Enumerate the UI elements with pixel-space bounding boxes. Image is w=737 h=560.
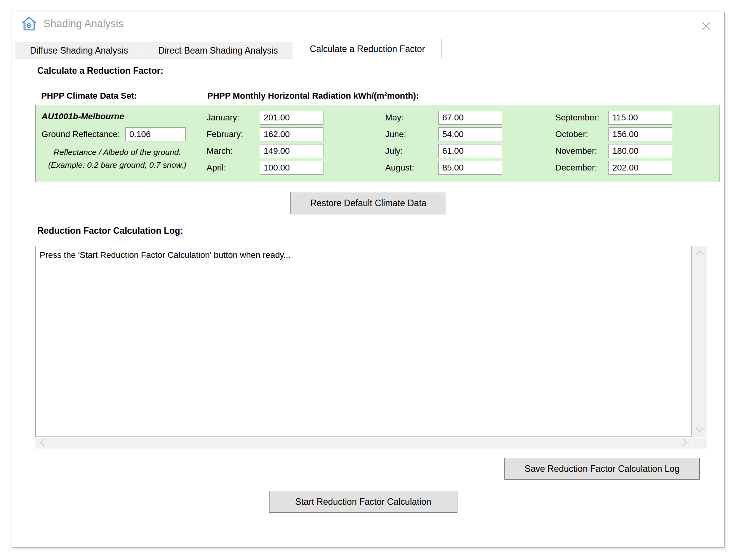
- house-icon: [21, 16, 38, 31]
- chevron-up-icon: [696, 249, 704, 256]
- reflectance-note: Reflectance / Albedo of the ground. (Exa…: [36, 146, 199, 171]
- month-input-december[interactable]: [608, 161, 672, 175]
- section-title: Calculate a Reduction Factor:: [37, 66, 163, 76]
- month-row-august: August:: [385, 161, 502, 175]
- reflectance-note-line2: (Example: 0.2 bare ground, 0.7 snow.): [36, 158, 199, 171]
- month-row-may: May:: [385, 111, 502, 125]
- tab-calculate-a-reduction-factor[interactable]: Calculate a Reduction Factor: [293, 39, 442, 59]
- month-input-october[interactable]: [608, 127, 672, 141]
- month-row-september: September:: [555, 111, 672, 125]
- month-row-march: March:: [207, 144, 323, 158]
- scroll-up-button[interactable]: [692, 246, 707, 260]
- climate-dataset-name: AU1001b-Melbourne: [42, 111, 124, 122]
- month-label-march: March:: [207, 146, 260, 156]
- climate-data-panel: AU1001b-Melbourne Ground Reflectance: Re…: [35, 105, 720, 182]
- month-input-november[interactable]: [608, 144, 672, 158]
- ground-reflectance-input[interactable]: [125, 127, 186, 141]
- scroll-right-button[interactable]: [678, 438, 692, 449]
- scroll-down-button[interactable]: [692, 423, 707, 437]
- radiation-label: PHPP Monthly Horizontal Radiation kWh/(m…: [207, 91, 419, 101]
- month-label-february: February:: [207, 129, 260, 139]
- chevron-right-icon: [683, 438, 687, 448]
- month-label-september: September:: [555, 113, 608, 123]
- close-button[interactable]: [697, 18, 715, 35]
- month-column-2: May: June: July: August:: [385, 111, 502, 177]
- log-text: Press the 'Start Reduction Factor Calcul…: [40, 250, 290, 260]
- save-log-button[interactable]: Save Reduction Factor Calculation Log: [504, 458, 700, 480]
- month-input-september[interactable]: [608, 111, 672, 125]
- month-row-november: November:: [555, 144, 672, 158]
- tab-direct-beam-shading-analysis[interactable]: Direct Beam Shading Analysis: [143, 42, 293, 59]
- month-label-december: December:: [555, 163, 608, 173]
- month-input-february[interactable]: [260, 127, 323, 141]
- month-input-june[interactable]: [438, 127, 502, 141]
- horizontal-scrollbar[interactable]: [35, 438, 692, 449]
- month-input-july[interactable]: [438, 144, 502, 158]
- reflectance-note-line1: Reflectance / Albedo of the ground.: [36, 146, 199, 158]
- month-row-april: April:: [207, 161, 323, 175]
- month-label-october: October:: [555, 129, 608, 139]
- month-row-january: January:: [207, 111, 323, 125]
- titlebar: Shading Analysis: [21, 16, 123, 31]
- month-label-november: November:: [555, 146, 608, 156]
- month-row-july: July:: [385, 144, 502, 158]
- shading-analysis-window: Shading Analysis Diffuse Shading Analysi…: [12, 12, 725, 548]
- month-row-december: December:: [555, 161, 672, 175]
- month-label-january: January:: [207, 113, 260, 123]
- log-heading: Reduction Factor Calculation Log:: [37, 226, 183, 236]
- scrollbar-corner: [692, 438, 707, 449]
- month-label-may: May:: [385, 113, 438, 123]
- month-input-january[interactable]: [260, 111, 323, 125]
- month-row-october: October:: [555, 127, 672, 141]
- month-column-3: September: October: November: December:: [555, 111, 672, 177]
- month-label-july: July:: [385, 146, 438, 156]
- month-label-august: August:: [385, 163, 438, 173]
- month-input-april[interactable]: [260, 161, 323, 175]
- month-row-february: February:: [207, 127, 323, 141]
- month-input-may[interactable]: [438, 111, 502, 125]
- climate-dataset-label: PHPP Climate Data Set:: [41, 91, 137, 101]
- month-input-august[interactable]: [438, 161, 502, 175]
- ground-reflectance-row: Ground Reflectance:: [42, 127, 186, 141]
- vertical-scrollbar[interactable]: [692, 246, 707, 437]
- month-label-june: June:: [385, 129, 438, 139]
- month-label-april: April:: [207, 163, 260, 173]
- tab-diffuse-shading-analysis[interactable]: Diffuse Shading Analysis: [15, 42, 143, 59]
- ground-reflectance-label: Ground Reflectance:: [42, 129, 125, 139]
- restore-default-climate-data-button[interactable]: Restore Default Climate Data: [290, 192, 446, 214]
- start-calculation-button[interactable]: Start Reduction Factor Calculation: [269, 491, 457, 513]
- tab-strip: Diffuse Shading Analysis Direct Beam Sha…: [15, 39, 442, 59]
- month-input-march[interactable]: [260, 144, 323, 158]
- chevron-left-icon: [40, 438, 45, 448]
- window-title: Shading Analysis: [43, 18, 123, 30]
- chevron-down-icon: [696, 426, 704, 433]
- scroll-left-button[interactable]: [35, 438, 49, 449]
- close-icon: [700, 21, 711, 33]
- calculation-log-textarea[interactable]: Press the 'Start Reduction Factor Calcul…: [35, 246, 692, 437]
- month-column-1: January: February: March: April:: [207, 111, 323, 177]
- month-row-june: June:: [385, 127, 502, 141]
